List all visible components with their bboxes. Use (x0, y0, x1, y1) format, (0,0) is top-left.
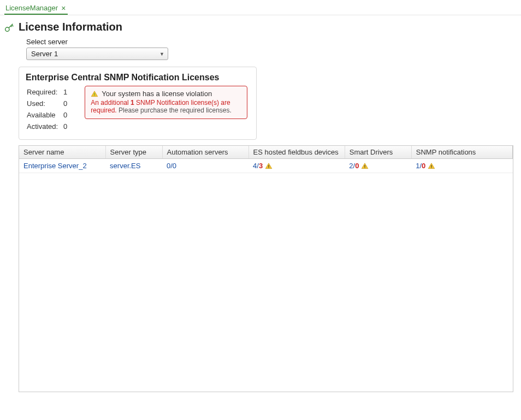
svg-rect-3 (269, 165, 269, 167)
svg-rect-1 (94, 93, 95, 95)
stat-required-label: Required: (27, 87, 62, 97)
stat-used-label: Used: (27, 98, 62, 109)
warning-icon (91, 90, 98, 98)
tab-license-manager[interactable]: LicenseManager × (4, 2, 68, 15)
cell-fieldbus: 4/3 (248, 159, 345, 173)
col-snmp-notifications[interactable]: SNMP notifications (411, 146, 512, 159)
license-violation-alert: Your system has a license violation An a… (85, 86, 247, 119)
stat-used-value: 0 (63, 98, 72, 109)
table-row[interactable]: Enterprise Server_2 server.ES 0/0 4/3 2/… (19, 159, 513, 173)
alert-headline: Your system has a license violation (102, 90, 212, 98)
svg-rect-6 (365, 167, 365, 168)
key-icon (3, 21, 19, 392)
cell-smart-drivers: 2/0 (345, 159, 411, 173)
cell-server-type: server.ES (105, 159, 162, 173)
svg-point-0 (5, 27, 9, 31)
page-title: License Information (19, 21, 513, 33)
stat-activated-value: 0 (63, 121, 72, 132)
col-server-name[interactable]: Server name (19, 146, 105, 159)
license-panel-title: Enterprise Central SNMP Notification Lic… (26, 73, 250, 82)
warning-icon (361, 162, 369, 170)
server-select-label: Select server (26, 38, 513, 46)
stat-available-label: Available (27, 110, 62, 120)
servers-table: Server name Server type Automation serve… (19, 146, 513, 173)
col-server-type[interactable]: Server type (105, 146, 162, 159)
cell-server-name: Enterprise Server_2 (19, 159, 105, 173)
col-smart-drivers[interactable]: Smart Drivers (345, 146, 411, 159)
server-select-dropdown[interactable]: Server 1 ▼ (26, 48, 168, 60)
tab-close-icon[interactable]: × (61, 4, 66, 12)
table-header-row: Server name Server type Automation serve… (19, 146, 513, 159)
tab-label: LicenseManager (5, 4, 58, 12)
svg-rect-4 (269, 167, 269, 168)
col-automation-servers[interactable]: Automation servers (162, 146, 248, 159)
license-stats: Required: 1 Used: 0 Available 0 Activate… (26, 86, 73, 133)
cell-snmp: 1/0 (411, 159, 512, 173)
warning-icon (265, 162, 273, 170)
alert-details: An additional 1 SNMP Notification licens… (91, 99, 241, 114)
cell-automation: 0/0 (162, 159, 248, 173)
stat-required-value: 1 (63, 87, 72, 97)
stat-activated-label: Activated: (27, 121, 62, 132)
server-select-value: Server 1 (31, 50, 58, 58)
svg-rect-7 (431, 165, 432, 167)
license-summary-panel: Enterprise Central SNMP Notification Lic… (19, 67, 257, 140)
svg-rect-5 (365, 165, 365, 167)
tab-bar: LicenseManager × (0, 0, 521, 15)
svg-rect-8 (431, 167, 432, 168)
chevron-down-icon: ▼ (159, 51, 164, 57)
warning-icon (428, 162, 435, 170)
servers-table-container: Server name Server type Automation serve… (19, 145, 513, 392)
stat-available-value: 0 (63, 110, 72, 120)
col-fieldbus-devices[interactable]: ES hosted fieldbus devices (248, 146, 345, 159)
svg-rect-2 (94, 95, 95, 96)
